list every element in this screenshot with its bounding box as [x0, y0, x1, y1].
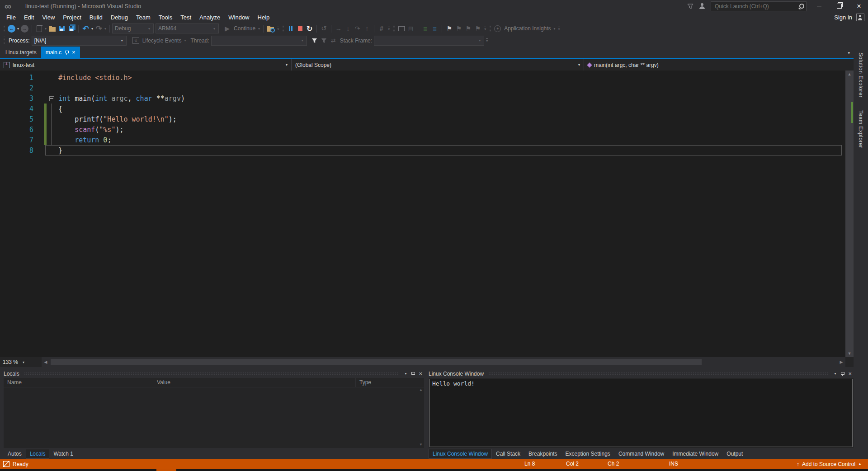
panel-tab-locals[interactable]: Locals	[26, 449, 50, 459]
show-next-statement-button[interactable]: →	[334, 24, 343, 33]
panel-tab-watch-1[interactable]: Watch 1	[49, 449, 77, 459]
pin-icon[interactable]	[840, 372, 844, 376]
save-all-button[interactable]	[66, 24, 76, 33]
doc-tab-main.c[interactable]: main.c×	[41, 47, 80, 58]
outline-margin[interactable]	[47, 83, 58, 93]
menu-window[interactable]: Window	[224, 13, 253, 22]
zoom-control[interactable]: 133 % ▾	[0, 359, 42, 365]
source-control-button[interactable]: ↑ Add to Source Control ▲	[797, 459, 862, 469]
window-position-caret-icon[interactable]: ▾	[405, 372, 406, 376]
clear-bookmarks-button[interactable]: ⚑	[473, 24, 482, 33]
debug-location-overflow[interactable]: ▾	[486, 38, 488, 42]
close-button[interactable]: ×	[852, 1, 866, 11]
app-insights-label[interactable]: Application Insights	[504, 25, 551, 32]
solution-platform-combo[interactable]: ARM64 ▾	[156, 24, 219, 33]
toolbar-grip[interactable]	[4, 25, 5, 33]
outline-margin[interactable]	[47, 104, 58, 114]
toolbar-grip[interactable]	[283, 25, 284, 33]
feedback-icon[interactable]	[699, 3, 705, 9]
outline-margin[interactable]	[47, 124, 58, 135]
menu-test[interactable]: Test	[176, 13, 195, 22]
debug-toolbar-overflow[interactable]: ▾	[388, 27, 390, 31]
locals-column-name[interactable]: Name	[4, 378, 153, 387]
pin-icon[interactable]	[411, 372, 415, 376]
pin-icon[interactable]	[65, 50, 69, 55]
menu-build[interactable]: Build	[85, 13, 107, 22]
panel-tab-autos[interactable]: Autos	[4, 449, 26, 459]
comment-button[interactable]: ≡	[420, 24, 430, 33]
panel-tab-exception-settings[interactable]: Exception Settings	[561, 449, 614, 459]
app-insights-caret[interactable]: ▾	[554, 27, 556, 31]
new-file-button[interactable]	[34, 24, 44, 33]
insights-toolbar-overflow[interactable]: ▾	[558, 27, 560, 31]
navigate-forward-button[interactable]: →	[20, 24, 29, 33]
continue-button[interactable]: ▶	[222, 24, 232, 33]
locals-column-type[interactable]: Type	[356, 378, 424, 387]
text-editor-toolbar-overflow[interactable]: ▾	[484, 27, 486, 31]
menu-debug[interactable]: Debug	[107, 13, 132, 22]
stop-debugging-button[interactable]	[295, 24, 305, 33]
flagged-threads-filter-button[interactable]	[319, 36, 329, 46]
show-threads-in-source-button[interactable]: #	[377, 24, 386, 33]
notifications-filter-icon[interactable]	[687, 4, 693, 9]
step-out-button[interactable]: ↑	[362, 24, 372, 33]
menu-project[interactable]: Project	[59, 13, 85, 22]
redo-dropdown-caret[interactable]: ▾	[104, 27, 106, 31]
parameter-info-button[interactable]: ▤	[406, 24, 415, 33]
menu-file[interactable]: File	[2, 13, 20, 22]
minimize-button[interactable]	[812, 1, 826, 11]
previous-bookmark-button[interactable]: ⚑	[454, 24, 463, 33]
code-line-7[interactable]: 7 return 0;	[0, 135, 845, 145]
toggle-bookmark-button[interactable]: ⚑	[444, 24, 454, 33]
uncomment-button[interactable]: ≡	[430, 24, 439, 33]
thread-combo[interactable]: ▾	[211, 36, 307, 46]
outline-margin[interactable]	[47, 93, 58, 104]
console-output[interactable]: Hello world!	[429, 379, 853, 447]
close-icon[interactable]: ×	[419, 370, 422, 377]
console-title-bar[interactable]: Linux Console Window ▾ ×	[429, 369, 854, 378]
restore-button[interactable]	[832, 1, 846, 11]
window-position-caret-icon[interactable]: ▾	[834, 372, 836, 376]
lifecycle-events-button[interactable]: ↯	[131, 36, 141, 46]
side-tab-solution-explorer[interactable]: Solution Explorer	[858, 52, 864, 98]
locals-grid[interactable]: NameValueType ▲ ▼	[4, 378, 424, 448]
scroll-left-icon[interactable]: ◀	[42, 360, 50, 364]
scroll-down-icon[interactable]: ▼	[848, 350, 852, 357]
break-all-button[interactable]	[286, 24, 295, 33]
editor-vertical-scrollbar[interactable]: ▲ ▼	[845, 71, 854, 357]
undo-dropdown-caret[interactable]: ▾	[91, 27, 93, 31]
quick-launch-input[interactable]	[714, 3, 795, 10]
scroll-up-icon[interactable]: ▲	[848, 71, 852, 78]
back-dropdown-caret[interactable]: ▾	[17, 27, 19, 31]
next-bookmark-button[interactable]: ⚑	[463, 24, 473, 33]
menu-tools[interactable]: Tools	[155, 13, 176, 22]
outline-margin[interactable]	[47, 135, 58, 145]
menu-edit[interactable]: Edit	[20, 13, 38, 22]
undo-button[interactable]: ↶	[81, 24, 90, 33]
outline-margin[interactable]	[47, 145, 58, 155]
open-file-button[interactable]	[47, 24, 57, 33]
panel-tab-breakpoints[interactable]: Breakpoints	[524, 449, 561, 459]
horizontal-scroll-thumb[interactable]	[51, 359, 702, 365]
list-members-button[interactable]	[396, 24, 406, 33]
continue-label[interactable]: Continue	[234, 25, 255, 32]
code-line-6[interactable]: 6 scanf("%s");	[0, 124, 845, 135]
solution-configuration-combo[interactable]: Debug ▾	[112, 24, 154, 33]
code-line-8[interactable]: 8}	[0, 145, 845, 155]
suppress-jit-button[interactable]: ⇄	[329, 36, 338, 46]
tab-list-caret-icon[interactable]: ▾	[848, 51, 854, 58]
project-dropdown[interactable]: linux-test ▾	[0, 59, 292, 71]
code-line-5[interactable]: 5 printf("Hello world!\n");	[0, 114, 845, 124]
menu-view[interactable]: View	[38, 13, 59, 22]
code-line-1[interactable]: 1#include <stdio.h>	[0, 72, 845, 83]
scope-dropdown[interactable]: (Global Scope) ▾	[292, 59, 584, 71]
panel-tab-immediate-window[interactable]: Immediate Window	[668, 449, 722, 459]
navigate-back-button[interactable]: ←	[7, 24, 16, 33]
step-over-button[interactable]: ↷	[353, 24, 362, 33]
code-line-3[interactable]: 3int main(int argc, char **argv)	[0, 93, 845, 104]
code-line-2[interactable]: 2	[0, 83, 845, 93]
search-icon[interactable]	[798, 4, 803, 9]
menu-help[interactable]: Help	[254, 13, 274, 22]
close-icon[interactable]: ×	[72, 50, 75, 55]
collapse-toggle-icon[interactable]	[49, 96, 54, 101]
